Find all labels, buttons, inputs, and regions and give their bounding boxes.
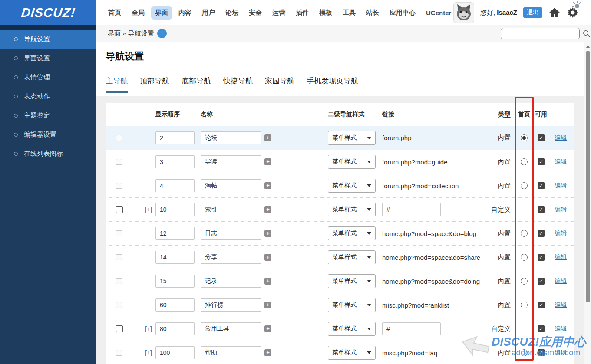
display-order-input[interactable] xyxy=(155,227,195,240)
row-select-checkbox[interactable] xyxy=(116,350,122,356)
edit-link[interactable]: 编辑 xyxy=(555,134,567,141)
logo[interactable]: DISCUZ! xyxy=(0,0,96,25)
add-sub-item-icon[interactable]: + xyxy=(264,134,271,141)
nav-item-11[interactable]: 工具 xyxy=(339,6,360,20)
name-input[interactable] xyxy=(201,179,261,192)
name-input[interactable] xyxy=(201,251,261,264)
edit-link[interactable]: 编辑 xyxy=(555,158,567,165)
available-checkbox[interactable]: ✓ xyxy=(538,302,545,308)
add-sub-item-icon[interactable]: + xyxy=(264,230,271,237)
homepage-radio[interactable] xyxy=(521,278,528,285)
name-input[interactable] xyxy=(201,275,261,288)
display-order-input[interactable] xyxy=(155,203,195,216)
homepage-radio[interactable] xyxy=(521,302,528,308)
sidebar-item-6[interactable]: 编辑器设置 xyxy=(0,125,96,144)
display-order-input[interactable] xyxy=(155,251,195,264)
homepage-radio[interactable] xyxy=(521,230,528,237)
tab-4[interactable]: 快捷导航 xyxy=(223,76,253,93)
tab-5[interactable]: 家园导航 xyxy=(265,76,294,93)
sidebar-item-5[interactable]: 主题鉴定 xyxy=(0,106,96,125)
nav-item-7[interactable]: 安全 xyxy=(245,6,266,20)
submenu-style-select[interactable]: 菜单样式 xyxy=(328,131,376,145)
search-input[interactable] xyxy=(501,30,583,37)
page-scrollbar[interactable] xyxy=(584,42,591,364)
nav-item-8[interactable]: 运营 xyxy=(268,6,289,20)
display-order-input[interactable] xyxy=(155,275,195,288)
edit-link[interactable]: 编辑 xyxy=(555,349,567,356)
available-checkbox[interactable]: ✓ xyxy=(538,134,545,141)
add-sub-item-icon[interactable]: + xyxy=(264,206,271,213)
logout-button[interactable]: 退出 xyxy=(523,7,542,18)
name-input[interactable] xyxy=(201,346,261,359)
sidebar-item-3[interactable]: 表情管理 xyxy=(0,68,96,87)
sidebar-item-1[interactable]: 导航设置 xyxy=(0,30,96,49)
edit-link[interactable]: 编辑 xyxy=(555,253,567,260)
sidebar-item-4[interactable]: 表态动作 xyxy=(0,87,96,106)
submenu-style-select[interactable]: 菜单样式 xyxy=(328,274,376,288)
name-input[interactable] xyxy=(201,203,261,216)
add-sub-item-icon[interactable]: + xyxy=(264,182,271,189)
nav-item-9[interactable]: 插件 xyxy=(292,6,313,20)
submenu-style-select[interactable]: 菜单样式 xyxy=(328,322,376,336)
add-sub-item-icon[interactable]: + xyxy=(264,254,271,261)
link-input[interactable] xyxy=(382,322,441,335)
add-sub-item-icon[interactable]: + xyxy=(264,158,271,165)
display-order-input[interactable] xyxy=(155,298,195,312)
expand-toggle[interactable]: [+] xyxy=(145,325,152,332)
sidebar-item-7[interactable]: 在线列表图标 xyxy=(0,144,96,163)
nav-item-10[interactable]: 模板 xyxy=(315,6,336,20)
available-checkbox[interactable]: ✓ xyxy=(538,182,545,189)
name-input[interactable] xyxy=(201,227,261,240)
available-checkbox[interactable]: ✓ xyxy=(538,325,545,332)
submenu-style-select[interactable]: 菜单样式 xyxy=(328,346,376,360)
add-sub-item-icon[interactable]: + xyxy=(264,278,271,285)
row-select-checkbox[interactable] xyxy=(116,325,123,332)
sidebar-item-2[interactable]: 界面设置 xyxy=(0,49,96,68)
homepage-radio[interactable] xyxy=(521,254,528,261)
edit-link[interactable]: 编辑 xyxy=(555,325,567,332)
homepage-radio[interactable] xyxy=(521,134,528,141)
homepage-radio[interactable] xyxy=(521,349,528,356)
nav-item-1[interactable]: 首页 xyxy=(104,6,125,20)
tab-6[interactable]: 手机发现页导航 xyxy=(307,76,358,93)
submenu-style-select[interactable]: 菜单样式 xyxy=(328,226,376,240)
name-input[interactable] xyxy=(201,155,261,168)
breadcrumb-add-button[interactable]: + xyxy=(157,29,167,38)
edit-link[interactable]: 编辑 xyxy=(555,206,567,213)
row-select-checkbox[interactable] xyxy=(116,278,122,284)
scrollbar-up-arrow[interactable] xyxy=(586,45,590,48)
nav-item-4[interactable]: 内容 xyxy=(175,6,195,20)
row-select-checkbox[interactable] xyxy=(116,230,122,236)
row-select-checkbox[interactable] xyxy=(116,159,122,165)
display-order-input[interactable] xyxy=(155,131,195,144)
available-checkbox[interactable]: ✓ xyxy=(538,206,545,213)
expand-toggle[interactable]: [+] xyxy=(145,349,152,356)
display-order-input[interactable] xyxy=(155,155,195,168)
name-input[interactable] xyxy=(201,131,261,144)
expand-toggle[interactable]: [+] xyxy=(145,206,152,213)
add-sub-item-icon[interactable]: + xyxy=(264,349,271,356)
tab-2[interactable]: 顶部导航 xyxy=(140,76,169,93)
name-input[interactable] xyxy=(201,322,261,335)
edit-link[interactable]: 编辑 xyxy=(555,301,567,308)
nav-item-5[interactable]: 用户 xyxy=(198,6,219,20)
available-checkbox[interactable]: ✓ xyxy=(538,349,545,356)
avatar[interactable] xyxy=(453,2,474,23)
row-select-checkbox[interactable] xyxy=(116,302,122,308)
scrollbar-thumb[interactable] xyxy=(586,51,590,302)
submenu-style-select[interactable]: 菜单样式 xyxy=(328,250,376,264)
add-sub-item-icon[interactable]: + xyxy=(264,325,271,332)
add-sub-item-icon[interactable]: + xyxy=(264,302,271,308)
link-input[interactable] xyxy=(382,203,441,216)
submenu-style-select[interactable]: 菜单样式 xyxy=(328,203,376,216)
display-order-input[interactable] xyxy=(155,322,195,335)
row-select-checkbox[interactable] xyxy=(116,135,122,141)
available-checkbox[interactable]: ✓ xyxy=(538,254,545,261)
nav-item-3[interactable]: 界面 xyxy=(151,6,172,20)
submenu-style-select[interactable]: 菜单样式 xyxy=(328,179,376,193)
submenu-style-select[interactable]: 菜单样式 xyxy=(328,155,376,169)
nav-item-2[interactable]: 全局 xyxy=(128,6,149,20)
row-select-checkbox[interactable] xyxy=(116,183,122,189)
available-checkbox[interactable]: ✓ xyxy=(538,230,545,237)
tab-1[interactable]: 主导航 xyxy=(106,76,128,93)
